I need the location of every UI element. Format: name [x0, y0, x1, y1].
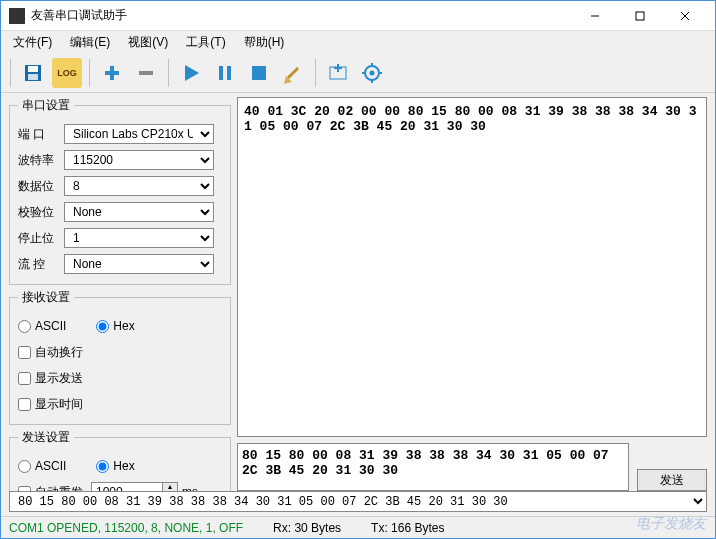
settings-button[interactable]: [357, 58, 387, 88]
menu-tools[interactable]: 工具(T): [180, 32, 231, 53]
interval-input[interactable]: [91, 482, 163, 491]
plus-icon: [101, 62, 123, 84]
toolbar-separator: [10, 59, 11, 87]
show-time-label: 显示时间: [35, 396, 83, 413]
stopbits-label: 停止位: [18, 230, 64, 247]
status-rx: Rx: 30 Bytes: [273, 521, 341, 535]
maximize-button[interactable]: [617, 1, 662, 30]
history-combo[interactable]: 80 15 80 00 08 31 39 38 38 38 34 30 31 0…: [9, 491, 707, 512]
close-button[interactable]: [662, 1, 707, 30]
maximize-icon: [635, 11, 645, 21]
databits-select[interactable]: 8: [64, 176, 214, 196]
send-settings-group: 发送设置 ASCII Hex 自动重发 ▲ ▼ ms: [9, 429, 231, 491]
right-panel: 40 01 3C 20 02 00 00 80 15 80 00 08 31 3…: [237, 97, 707, 491]
serial-settings-group: 串口设置 端 口 Silicon Labs CP210x USI 波特率 115…: [9, 97, 231, 285]
pause-icon: [214, 62, 236, 84]
menu-file[interactable]: 文件(F): [7, 32, 58, 53]
databits-label: 数据位: [18, 178, 64, 195]
serial-legend: 串口设置: [18, 97, 74, 114]
log-button[interactable]: LOG: [52, 58, 82, 88]
send-area: 80 15 80 00 08 31 39 38 38 38 34 30 31 0…: [237, 443, 707, 491]
clear-button[interactable]: [278, 58, 308, 88]
new-window-button[interactable]: [323, 58, 353, 88]
recv-ascii-label: ASCII: [35, 319, 66, 333]
stop-button[interactable]: [244, 58, 274, 88]
statusbar: COM1 OPENED, 115200, 8, NONE, 1, OFF Rx:…: [1, 516, 715, 538]
minus-icon: [135, 62, 157, 84]
recv-hex-radio[interactable]: Hex: [96, 319, 134, 333]
parity-label: 校验位: [18, 204, 64, 221]
stop-icon: [248, 62, 270, 84]
save-button[interactable]: [18, 58, 48, 88]
svg-rect-5: [28, 66, 38, 72]
log-icon: LOG: [57, 68, 77, 78]
baud-select[interactable]: 115200: [64, 150, 214, 170]
broom-icon: [282, 62, 304, 84]
remove-button[interactable]: [131, 58, 161, 88]
start-button[interactable]: [176, 58, 206, 88]
send-hex-radio[interactable]: Hex: [96, 459, 134, 473]
minimize-button[interactable]: [572, 1, 617, 30]
minimize-icon: [590, 11, 600, 21]
menu-view[interactable]: 视图(V): [122, 32, 174, 53]
auto-repeat-check[interactable]: 自动重发: [18, 484, 83, 492]
add-button[interactable]: [97, 58, 127, 88]
app-window: 友善串口调试助手 文件(F) 编辑(E) 视图(V) 工具(T) 帮助(H) L…: [0, 0, 716, 539]
svg-rect-11: [219, 66, 223, 80]
toolbar: LOG: [1, 53, 715, 93]
app-icon: [9, 8, 25, 24]
send-textarea[interactable]: 80 15 80 00 08 31 39 38 38 38 34 30 31 0…: [237, 443, 629, 491]
menu-edit[interactable]: 编辑(E): [64, 32, 116, 53]
svg-line-14: [288, 68, 298, 78]
menubar: 文件(F) 编辑(E) 视图(V) 工具(T) 帮助(H): [1, 31, 715, 53]
toolbar-separator: [168, 59, 169, 87]
recv-legend: 接收设置: [18, 289, 74, 306]
send-legend: 发送设置: [18, 429, 74, 446]
save-icon: [22, 62, 44, 84]
interval-spinner[interactable]: ▲ ▼: [91, 482, 178, 491]
svg-rect-1: [636, 12, 644, 20]
status-connection: COM1 OPENED, 115200, 8, NONE, 1, OFF: [9, 521, 243, 535]
show-time-check[interactable]: 显示时间: [18, 396, 83, 413]
recv-ascii-radio[interactable]: ASCII: [18, 319, 66, 333]
toolbar-separator: [89, 59, 90, 87]
auto-wrap-check[interactable]: 自动换行: [18, 344, 83, 361]
menu-help[interactable]: 帮助(H): [238, 32, 291, 53]
stopbits-select[interactable]: 1: [64, 228, 214, 248]
play-icon: [180, 62, 202, 84]
auto-repeat-label: 自动重发: [35, 484, 83, 492]
svg-marker-10: [185, 65, 199, 81]
send-ascii-radio[interactable]: ASCII: [18, 459, 66, 473]
recv-settings-group: 接收设置 ASCII Hex 自动换行 显示发送 显示时间: [9, 289, 231, 425]
recv-hex-label: Hex: [113, 319, 134, 333]
close-icon: [680, 11, 690, 21]
auto-wrap-label: 自动换行: [35, 344, 83, 361]
status-tx: Tx: 166 Bytes: [371, 521, 444, 535]
port-select[interactable]: Silicon Labs CP210x USI: [64, 124, 214, 144]
spin-up-button[interactable]: ▲: [162, 482, 178, 491]
pause-button[interactable]: [210, 58, 240, 88]
main-area: 串口设置 端 口 Silicon Labs CP210x USI 波特率 115…: [1, 93, 715, 491]
receive-textarea[interactable]: 40 01 3C 20 02 00 00 80 15 80 00 08 31 3…: [237, 97, 707, 437]
titlebar: 友善串口调试助手: [1, 1, 715, 31]
window-icon: [327, 62, 349, 84]
send-ascii-label: ASCII: [35, 459, 66, 473]
svg-rect-6: [28, 74, 38, 80]
left-panel: 串口设置 端 口 Silicon Labs CP210x USI 波特率 115…: [9, 97, 231, 491]
gear-icon: [361, 62, 383, 84]
send-hex-label: Hex: [113, 459, 134, 473]
history-row: 80 15 80 00 08 31 39 38 38 38 34 30 31 0…: [1, 491, 715, 516]
show-send-label: 显示发送: [35, 370, 83, 387]
port-label: 端 口: [18, 126, 64, 143]
show-send-check[interactable]: 显示发送: [18, 370, 83, 387]
baud-label: 波特率: [18, 152, 64, 169]
window-title: 友善串口调试助手: [31, 7, 572, 24]
svg-rect-13: [252, 66, 266, 80]
send-button[interactable]: 发送: [637, 469, 707, 491]
parity-select[interactable]: None: [64, 202, 214, 222]
flow-select[interactable]: None: [64, 254, 214, 274]
svg-rect-12: [227, 66, 231, 80]
svg-point-20: [370, 70, 375, 75]
flow-label: 流 控: [18, 256, 64, 273]
toolbar-separator: [315, 59, 316, 87]
